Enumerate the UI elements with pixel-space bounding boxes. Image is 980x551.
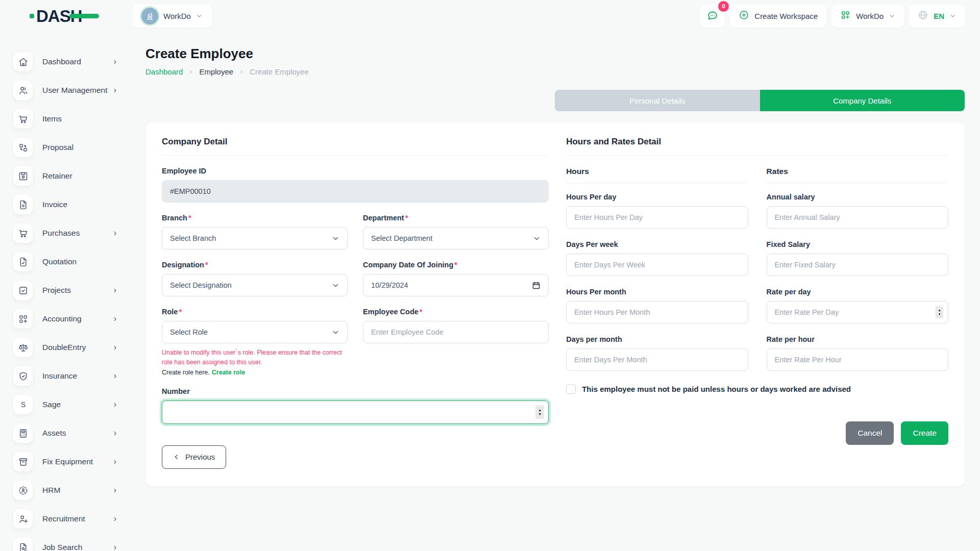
designation-label: Designation bbox=[162, 261, 204, 269]
brand-logo[interactable]: DASH bbox=[0, 8, 133, 24]
employee-code-group: Employee Code* bbox=[363, 308, 549, 376]
projects-icon bbox=[13, 281, 33, 300]
sidebar-item-recruitment[interactable]: Recruitment bbox=[13, 507, 118, 531]
required-marker: * bbox=[405, 214, 408, 222]
chevron-down-icon bbox=[533, 235, 541, 242]
employee-code-input[interactable] bbox=[363, 321, 549, 343]
tab-company-details[interactable]: Company Details bbox=[760, 90, 965, 111]
designation-group: Designation* Select Designation bbox=[162, 261, 348, 296]
breadcrumb-employee: Employee bbox=[199, 67, 233, 76]
sidebar-item-user-management[interactable]: User Management bbox=[13, 79, 118, 102]
create-button[interactable]: Create bbox=[901, 421, 948, 445]
sidebar-item-dashboard[interactable]: Dashboard bbox=[13, 50, 118, 73]
sidebar-item-hrm[interactable]: HRM bbox=[13, 479, 118, 502]
chevron-right-icon bbox=[112, 516, 118, 522]
fixed-salary-input[interactable] bbox=[767, 254, 948, 276]
form-field: Rate per hour bbox=[767, 335, 948, 371]
chevron-right-icon bbox=[112, 87, 118, 94]
messages-badge: 0 bbox=[718, 1, 729, 12]
main-content: Create Employee Dashboard Employee Creat… bbox=[133, 32, 980, 551]
form-field: Days per month bbox=[566, 335, 748, 371]
department-select[interactable]: Select Department bbox=[363, 227, 549, 249]
sidebar-item-proposal[interactable]: Proposal bbox=[13, 136, 118, 159]
form-field: Hours Per day bbox=[566, 193, 748, 229]
number-input[interactable] bbox=[162, 400, 549, 424]
number-stepper[interactable]: ▲▼ bbox=[535, 405, 544, 419]
quotation-icon bbox=[13, 252, 33, 271]
fixed-salary-label: Fixed Salary bbox=[767, 240, 810, 248]
create-role-link[interactable]: Create role bbox=[212, 369, 245, 376]
workspace-menu-button[interactable]: WorkDo bbox=[831, 5, 904, 28]
company-detail-section: Company Detail Employee ID Branch* Selec… bbox=[162, 137, 549, 469]
topbar-actions: 0 Create Workspace WorkDo EN bbox=[700, 5, 965, 28]
breadcrumb-dashboard[interactable]: Dashboard bbox=[145, 67, 183, 76]
previous-label: Previous bbox=[185, 453, 215, 461]
designation-select[interactable]: Select Designation bbox=[162, 274, 348, 296]
sidebar-item-fix-equipment[interactable]: Fix Equipment bbox=[13, 450, 118, 473]
sidebar-item-sage[interactable]: S Sage bbox=[13, 393, 118, 416]
hours-rates-grid: Hours Hours Per day Days Per week Hours … bbox=[566, 167, 948, 383]
create-workspace-button[interactable]: Create Workspace bbox=[730, 5, 826, 28]
joining-date-input[interactable]: 10/29/2024 bbox=[363, 274, 549, 296]
rate-per-day-input[interactable] bbox=[767, 301, 948, 323]
sidebar-item-doubleentry[interactable]: DoubleEntry bbox=[13, 336, 118, 359]
sidebar-item-purchases[interactable]: Purchases bbox=[13, 221, 118, 245]
retainer-icon bbox=[13, 166, 33, 186]
chevron-right-icon bbox=[112, 287, 118, 294]
messages-button[interactable]: 0 bbox=[700, 5, 725, 28]
sidebar-item-insurance[interactable]: Insurance bbox=[13, 364, 118, 388]
hours-column: Hours Hours Per day Days Per week Hours … bbox=[566, 167, 748, 383]
number-stepper[interactable]: ▲▼ bbox=[936, 306, 943, 318]
hours-per-month-input[interactable] bbox=[566, 301, 748, 323]
branch-group: Branch* Select Branch bbox=[162, 214, 348, 249]
annual-salary-input[interactable] bbox=[767, 206, 948, 229]
sidebar-item-accounting[interactable]: Accounting bbox=[13, 307, 118, 331]
role-code-row: Role* Select Role Unable to modify this … bbox=[162, 308, 549, 376]
role-group: Role* Select Role Unable to modify this … bbox=[162, 308, 348, 376]
chevron-right-icon bbox=[112, 459, 118, 465]
sidebar-item-invoice[interactable]: Invoice bbox=[13, 193, 118, 216]
rate-per-hour-label: Rate per hour bbox=[767, 335, 815, 343]
language-selector[interactable]: EN bbox=[909, 5, 965, 28]
hrm-icon bbox=[13, 481, 33, 500]
sidebar-item-job-search[interactable]: Job Search bbox=[13, 536, 118, 551]
days-per-week-input[interactable] bbox=[566, 254, 748, 276]
chevron-right-icon bbox=[112, 430, 118, 437]
building-icon bbox=[145, 11, 155, 21]
hours-per-day-input[interactable] bbox=[566, 206, 748, 229]
branch-department-row: Branch* Select Branch Department* Select… bbox=[162, 214, 549, 249]
chevron-right-icon bbox=[112, 544, 118, 551]
days-per-month-label: Days per month bbox=[566, 335, 622, 343]
sidebar-item-quotation[interactable]: Quotation bbox=[13, 250, 118, 273]
company-detail-heading: Company Detail bbox=[162, 137, 549, 156]
sidebar-item-items[interactable]: Items bbox=[13, 107, 118, 131]
no-pay-checkbox-row: This employee must not be paid unless ho… bbox=[566, 384, 948, 394]
number-label: Number bbox=[162, 387, 190, 395]
previous-button[interactable]: Previous bbox=[162, 445, 226, 469]
workspace-switcher[interactable]: WorkDo bbox=[133, 5, 211, 28]
days-per-month-input[interactable] bbox=[566, 348, 748, 371]
insurance-icon bbox=[13, 366, 33, 386]
required-marker: * bbox=[454, 261, 457, 269]
chevron-down-icon bbox=[332, 282, 339, 289]
double-entry-icon bbox=[13, 338, 33, 357]
sidebar-item-projects[interactable]: Projects bbox=[13, 279, 118, 302]
no-pay-checkbox[interactable] bbox=[566, 384, 576, 394]
language-code: EN bbox=[934, 12, 944, 20]
grid-plus-icon bbox=[840, 10, 851, 22]
sidebar-item-retainer[interactable]: Retainer bbox=[13, 164, 118, 188]
tab-personal-details[interactable]: Personal Details bbox=[555, 90, 760, 111]
chevron-down-icon bbox=[196, 13, 203, 19]
branch-label: Branch bbox=[162, 214, 187, 222]
chevron-down-icon bbox=[889, 13, 895, 19]
form-actions: Cancel Create bbox=[566, 421, 948, 445]
sidebar-item-assets[interactable]: Assets bbox=[13, 421, 118, 445]
cancel-button[interactable]: Cancel bbox=[846, 421, 894, 445]
branch-select[interactable]: Select Branch bbox=[162, 227, 348, 249]
role-label: Role bbox=[162, 308, 178, 316]
rate-per-hour-input[interactable] bbox=[767, 348, 948, 371]
role-select[interactable]: Select Role bbox=[162, 321, 348, 343]
logo-dash-icon bbox=[69, 14, 99, 18]
employee-code-label: Employee Code bbox=[363, 308, 419, 316]
joining-date-label: Company Date Of Joining bbox=[363, 261, 453, 269]
